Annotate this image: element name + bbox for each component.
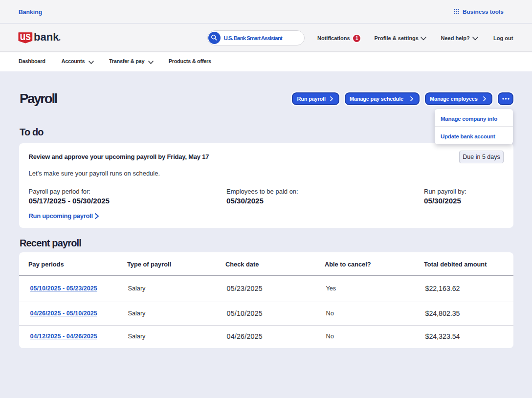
svg-text:us: us [20,31,31,43]
svg-text:bank: bank [34,31,59,43]
